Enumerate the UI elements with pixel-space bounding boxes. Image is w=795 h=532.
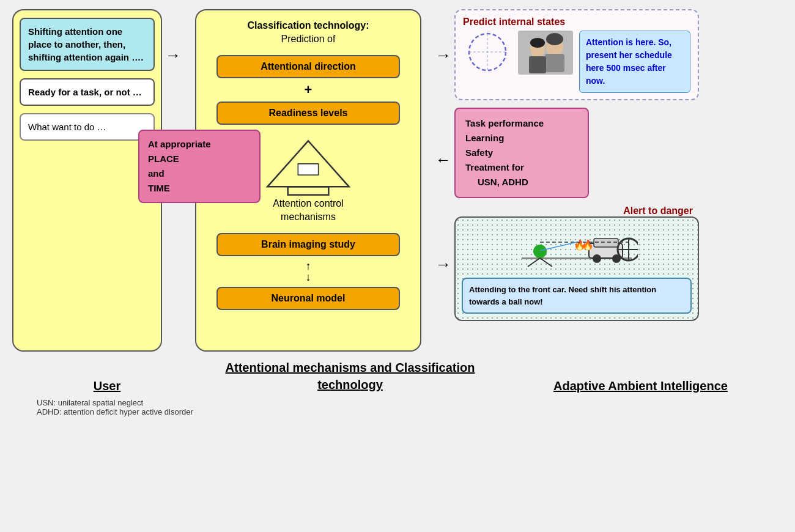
- svg-rect-11: [529, 56, 546, 73]
- footnote-adhd: ADHD: attention deficit hyper active dis…: [37, 407, 193, 416]
- arrow-center-to-right-bot: →: [435, 255, 451, 274]
- arrow-center-to-right-top: →: [435, 46, 451, 65]
- dotted-circle-svg: [463, 31, 512, 73]
- what-want-box: What want to do …: [20, 113, 155, 141]
- predict-section: Predict internal states: [454, 9, 699, 100]
- attention-control-title: Attention control mechanisms: [273, 197, 344, 224]
- center-panel: Classification technology: Prediction of…: [195, 9, 421, 352]
- user-label: User: [32, 379, 182, 393]
- attentional-direction-box: Attentional direction: [216, 55, 401, 78]
- task-performance-box: Task performance Learning Safety Treatme…: [454, 108, 589, 198]
- svg-line-26: [540, 242, 577, 251]
- svg-line-21: [540, 258, 552, 267]
- arrow-user-to-center-top: →: [165, 46, 181, 65]
- neuronal-model-box: Neuronal model: [216, 287, 401, 310]
- svg-point-15: [593, 254, 601, 263]
- shifting-attention-box: Shifting attention one place to another,…: [20, 18, 155, 71]
- attending-text-box: Attending to the front car. Need shift h…: [462, 278, 692, 314]
- predict-title: Predict internal states: [463, 17, 690, 28]
- svg-line-20: [528, 258, 540, 267]
- ready-for-task-box: Ready for a task, or not …: [20, 78, 155, 106]
- svg-text:🔥: 🔥: [574, 239, 586, 251]
- bottom-labels: User Attentional mechanisms and Classifi…: [12, 359, 783, 393]
- right-panel: Predict internal states: [454, 9, 699, 352]
- svg-rect-14: [594, 238, 618, 247]
- alert-title: Alert to danger: [454, 205, 699, 216]
- svg-rect-2: [298, 164, 318, 175]
- double-arrow: ↑ ↓: [306, 260, 311, 283]
- center-label: Attentional mechanisms and Classificatio…: [222, 359, 479, 393]
- center-title: Classification technology: Prediction of: [247, 19, 369, 46]
- footnote-usn: USN: unilateral spatial neglect: [37, 398, 143, 407]
- svg-point-19: [533, 245, 547, 258]
- arrow-right-to-center-mid: ←: [435, 150, 451, 169]
- person-image: [518, 31, 573, 75]
- svg-point-10: [530, 38, 545, 48]
- svg-point-7: [546, 33, 563, 45]
- car-scene-box: 🔥 🔥 Atte: [454, 216, 699, 321]
- right-label: Adaptive Ambient Intelligence: [519, 379, 763, 393]
- car-drawing: 🔥 🔥: [516, 224, 638, 273]
- svg-rect-8: [545, 54, 564, 72]
- alert-section: Alert to danger 🔥 🔥: [454, 205, 699, 321]
- place-time-box: At appropriate PLACE and TIME: [138, 130, 261, 203]
- readiness-levels-box: Readiness levels: [216, 102, 401, 125]
- plus-sign: +: [305, 82, 312, 98]
- brain-imaging-box: Brain imaging study: [216, 233, 401, 256]
- attention-text-box: Attention is here. So, present her sched…: [579, 31, 690, 93]
- footnote-area: USN: unilateral spatial neglect ADHD: at…: [12, 398, 783, 416]
